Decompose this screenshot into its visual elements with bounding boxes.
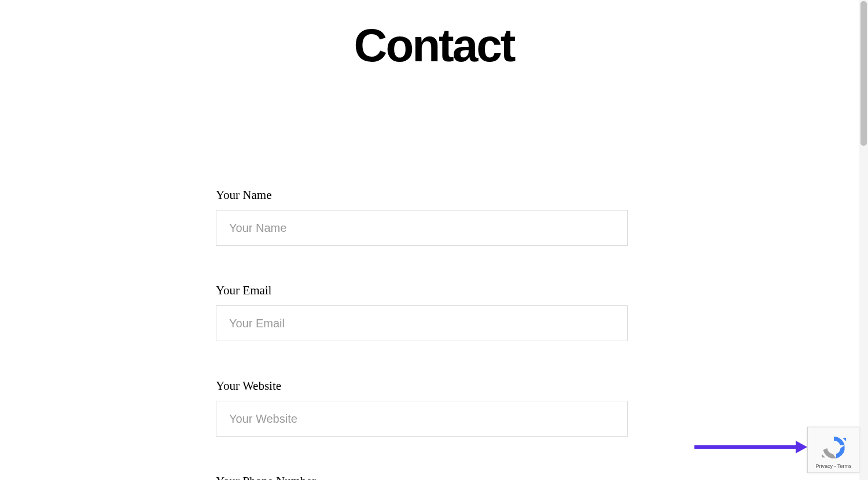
- contact-form: Your Name Your Email Your Website Your P…: [216, 188, 628, 480]
- arrow-line: [694, 445, 797, 449]
- form-group-email: Your Email: [216, 283, 628, 341]
- name-label: Your Name: [216, 188, 628, 202]
- recaptcha-badge[interactable]: Privacy - Terms: [807, 427, 859, 473]
- name-field[interactable]: [216, 210, 628, 246]
- form-group-phone: Your Phone Number: [216, 474, 628, 480]
- arrow-annotation: [694, 442, 807, 452]
- email-label: Your Email: [216, 283, 628, 298]
- website-label: Your Website: [216, 379, 628, 393]
- phone-label: Your Phone Number: [216, 474, 628, 480]
- scrollbar-thumb[interactable]: [860, 1, 867, 146]
- page-title: Contact: [0, 19, 868, 72]
- recaptcha-terms-link[interactable]: Terms: [837, 463, 852, 469]
- form-group-name: Your Name: [216, 188, 628, 246]
- scrollbar-track[interactable]: [859, 0, 868, 480]
- recaptcha-icon: [821, 434, 847, 461]
- recaptcha-privacy-link[interactable]: Privacy: [816, 463, 833, 469]
- recaptcha-separator: -: [833, 463, 837, 469]
- email-field[interactable]: [216, 305, 628, 341]
- website-field[interactable]: [216, 401, 628, 437]
- svg-marker-0: [843, 438, 846, 441]
- arrow-right-icon: [796, 441, 807, 453]
- svg-marker-1: [822, 454, 825, 457]
- form-group-website: Your Website: [216, 379, 628, 437]
- recaptcha-links: Privacy - Terms: [816, 463, 852, 469]
